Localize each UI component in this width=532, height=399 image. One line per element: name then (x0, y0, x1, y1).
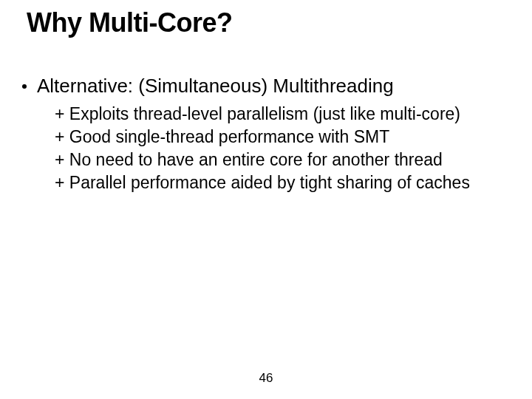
page-number: 46 (0, 371, 532, 386)
sub-item: + No need to have an entire core for ano… (55, 149, 510, 171)
sub-item: + Good single-thread performance with SM… (55, 126, 510, 149)
bullet-item: Alternative: (Simultaneous) Multithreadi… (22, 74, 510, 98)
slide-body: Alternative: (Simultaneous) Multithreadi… (22, 74, 510, 194)
slide-title: Why Multi-Core? (27, 7, 232, 38)
bullet-text: Alternative: (Simultaneous) Multithreadi… (37, 74, 394, 98)
sub-item: + Parallel performance aided by tight sh… (55, 171, 510, 194)
bullet-dot-icon (22, 84, 27, 89)
sub-list: + Exploits thread-level parallelism (jus… (55, 103, 510, 194)
sub-item: + Exploits thread-level parallelism (jus… (55, 103, 510, 126)
slide: Why Multi-Core? Alternative: (Simultaneo… (0, 0, 532, 399)
